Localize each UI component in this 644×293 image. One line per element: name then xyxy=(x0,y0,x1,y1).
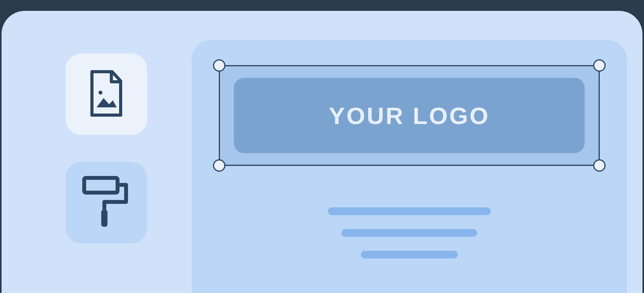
logo-placeholder[interactable]: YOUR LOGO xyxy=(234,78,585,153)
placeholder-text-block xyxy=(213,207,606,259)
tool-sidebar xyxy=(2,11,192,293)
svg-rect-2 xyxy=(101,210,107,227)
resize-handle-bottom-right[interactable] xyxy=(593,159,606,172)
paint-roller-icon xyxy=(81,175,132,231)
placeholder-text-line xyxy=(328,207,491,215)
svg-rect-1 xyxy=(84,178,118,193)
resize-handle-top-left[interactable] xyxy=(213,59,225,72)
resize-handle-bottom-left[interactable] xyxy=(213,159,225,172)
logo-placeholder-label: YOUR LOGO xyxy=(329,102,490,129)
svg-point-0 xyxy=(99,91,102,95)
placeholder-text-line xyxy=(341,229,477,237)
image-tool-button[interactable] xyxy=(66,53,147,135)
image-file-icon xyxy=(89,70,124,118)
resize-handle-top-right[interactable] xyxy=(593,59,606,72)
design-canvas[interactable]: YOUR LOGO xyxy=(192,40,627,293)
placeholder-text-line xyxy=(361,251,458,259)
editor-frame: YOUR LOGO xyxy=(2,11,642,293)
logo-selection-box[interactable]: YOUR LOGO xyxy=(213,59,606,172)
paint-tool-button[interactable] xyxy=(66,162,147,243)
